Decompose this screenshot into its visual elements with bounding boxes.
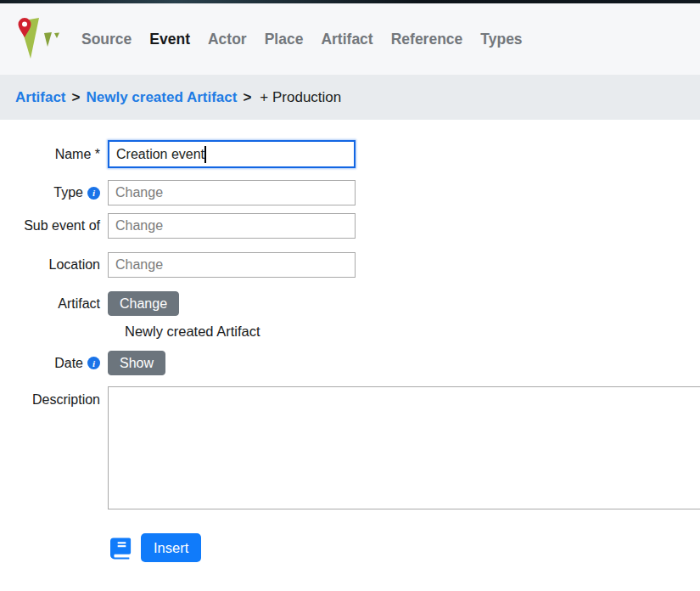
nav-item-reference[interactable]: Reference	[391, 31, 463, 48]
breadcrumb-link-newly-created-artifact[interactable]: Newly created Artifact	[86, 89, 237, 106]
text-caret	[204, 146, 206, 163]
insert-button[interactable]: Insert	[141, 533, 201, 562]
form-row-artifact: Artifact Change	[15, 291, 700, 316]
description-textarea[interactable]	[108, 386, 700, 509]
nav-item-source[interactable]: Source	[81, 31, 132, 48]
breadcrumb-current: + Production	[260, 89, 341, 106]
breadcrumb-separator: >	[243, 89, 251, 106]
logo-icon	[15, 9, 76, 69]
type-label: Type	[53, 185, 83, 200]
nav-item-event[interactable]: Event	[149, 31, 190, 48]
main-nav: Source Event Actor Place Artifact Refere…	[81, 31, 523, 48]
sub-event-input[interactable]	[108, 213, 356, 239]
form-row-name: Name *	[15, 140, 700, 168]
info-icon[interactable]: i	[87, 187, 100, 200]
artifact-change-button[interactable]: Change	[108, 291, 179, 316]
name-input[interactable]	[108, 140, 356, 168]
nav-item-types[interactable]: Types	[480, 31, 522, 48]
form-row-date: Date i Show	[15, 351, 700, 375]
breadcrumb-link-artifact[interactable]: Artifact	[15, 89, 66, 106]
form-row-location: Location	[15, 252, 700, 278]
nav-item-artifact[interactable]: Artifact	[321, 31, 372, 48]
app-logo[interactable]	[15, 9, 76, 69]
artifact-label: Artifact	[15, 296, 100, 312]
location-input[interactable]	[108, 252, 356, 278]
date-label-group: Date i	[15, 356, 100, 371]
date-label: Date	[54, 356, 83, 371]
form-row-sub-event: Sub event of	[15, 213, 700, 239]
description-label: Description	[15, 386, 100, 408]
info-icon[interactable]: i	[87, 357, 100, 369]
event-form: Name * Type i Sub event of Location Arti…	[0, 120, 700, 562]
location-label: Location	[15, 257, 100, 273]
book-icon	[110, 536, 133, 560]
type-label-group: Type i	[15, 185, 100, 200]
artifact-selected-value: Newly created Artifact	[125, 324, 700, 340]
breadcrumb-separator: >	[72, 89, 81, 106]
nav-item-actor[interactable]: Actor	[208, 31, 247, 48]
form-row-type: Type i	[15, 180, 700, 205]
date-show-button[interactable]: Show	[108, 351, 165, 375]
name-label: Name *	[15, 147, 100, 162]
breadcrumb: Artifact > Newly created Artifact > + Pr…	[0, 75, 700, 120]
type-input[interactable]	[108, 180, 356, 205]
sub-event-label: Sub event of	[15, 218, 100, 234]
submit-row: Insert	[110, 533, 700, 562]
main-navbar: Source Event Actor Place Artifact Refere…	[0, 3, 700, 75]
manual-link[interactable]	[110, 536, 133, 560]
form-row-description: Description	[15, 386, 700, 509]
nav-item-place[interactable]: Place	[265, 31, 304, 48]
